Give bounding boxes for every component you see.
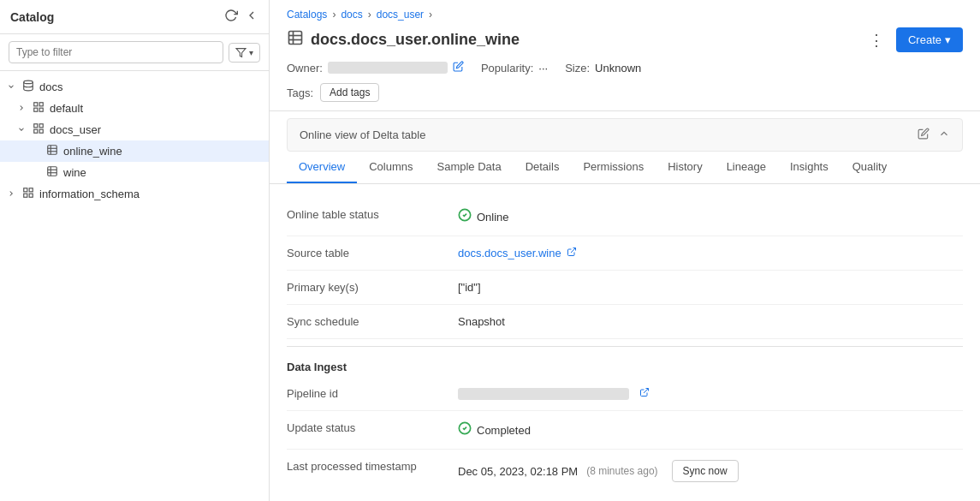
svg-rect-10 bbox=[48, 146, 57, 155]
external-link-icon[interactable] bbox=[567, 247, 577, 259]
online-table-icon bbox=[46, 144, 58, 158]
breadcrumb-docs[interactable]: docs bbox=[341, 9, 362, 21]
create-dropdown-icon: ▾ bbox=[945, 33, 951, 46]
edit-description-icon[interactable] bbox=[918, 128, 930, 142]
svg-rect-9 bbox=[39, 129, 43, 133]
refresh-icon[interactable] bbox=[224, 9, 238, 25]
size-item: Size: Unknown bbox=[565, 62, 641, 75]
svg-line-27 bbox=[571, 248, 576, 253]
title-row: docs.docs_user.online_wine ⋮ Create ▾ bbox=[287, 27, 963, 52]
svg-rect-5 bbox=[39, 108, 43, 111]
chevron-docs-user bbox=[17, 125, 29, 135]
popularity-item: Popularity: ··· bbox=[481, 62, 548, 75]
tree-item-default[interactable]: default bbox=[0, 98, 269, 119]
tab-lineage[interactable]: Lineage bbox=[715, 152, 778, 183]
status-value: Online bbox=[458, 208, 963, 225]
page-title: docs.docs_user.online_wine bbox=[287, 29, 520, 51]
timestamp-ago: (8 minutes ago) bbox=[586, 465, 657, 477]
info-row-status: Online table status Online bbox=[287, 198, 963, 236]
collapse-sidebar-icon[interactable] bbox=[245, 9, 258, 25]
tab-history[interactable]: History bbox=[656, 152, 714, 183]
schema-icon-docs-user bbox=[33, 122, 45, 137]
tree-item-docs[interactable]: docs bbox=[0, 76, 269, 98]
svg-rect-18 bbox=[24, 188, 27, 192]
tree-item-wine[interactable]: wine bbox=[0, 162, 269, 183]
database-icon bbox=[22, 80, 34, 94]
tree-label-online-wine: online_wine bbox=[63, 145, 122, 158]
tab-insights[interactable]: Insights bbox=[778, 152, 840, 183]
main-header: Catalogs › docs › docs_user › docs.docs_… bbox=[270, 0, 980, 111]
online-table-title-icon bbox=[287, 29, 304, 51]
timestamp-label: Last processed timestamp bbox=[287, 460, 458, 473]
breadcrumb-docs-user[interactable]: docs_user bbox=[377, 9, 424, 21]
svg-point-1 bbox=[24, 81, 33, 84]
create-button[interactable]: Create ▾ bbox=[896, 27, 963, 52]
breadcrumb-sep-2: › bbox=[368, 9, 371, 21]
size-label: Size: bbox=[565, 62, 590, 75]
info-row-timestamp: Last processed timestamp Dec 05, 2023, 0… bbox=[287, 450, 963, 492]
tree-item-online-wine[interactable]: online_wine bbox=[0, 140, 269, 162]
meta-row: Owner: Popularity: ··· Size: Unknown bbox=[287, 61, 963, 75]
info-row-source: Source table docs.docs_user.wine bbox=[287, 236, 963, 271]
tab-sample-data[interactable]: Sample Data bbox=[425, 152, 513, 183]
svg-line-28 bbox=[644, 389, 649, 394]
update-status-ok-icon bbox=[458, 421, 472, 438]
tab-permissions[interactable]: Permissions bbox=[571, 152, 656, 183]
pipeline-id-bar bbox=[458, 388, 629, 400]
svg-rect-19 bbox=[29, 188, 33, 192]
owner-label: Owner: bbox=[287, 62, 323, 75]
popularity-label: Popularity: bbox=[481, 62, 533, 75]
tab-quality[interactable]: Quality bbox=[840, 152, 899, 183]
svg-rect-2 bbox=[34, 103, 38, 106]
svg-rect-22 bbox=[289, 32, 302, 45]
add-tags-button[interactable]: Add tags bbox=[320, 83, 379, 102]
tree-item-information-schema[interactable]: information_schema bbox=[0, 183, 269, 205]
svg-rect-8 bbox=[34, 129, 38, 133]
title-actions: ⋮ Create ▾ bbox=[864, 27, 963, 52]
breadcrumb-catalogs[interactable]: Catalogs bbox=[287, 9, 327, 21]
svg-rect-14 bbox=[48, 167, 57, 176]
collapse-desc-icon[interactable] bbox=[938, 128, 950, 142]
chevron-information-schema bbox=[7, 189, 19, 200]
description-text: Online view of Delta table bbox=[300, 128, 425, 141]
pipeline-external-link-icon[interactable] bbox=[639, 387, 650, 400]
tree-item-docs-user[interactable]: docs_user bbox=[0, 119, 269, 140]
svg-rect-7 bbox=[39, 124, 43, 128]
search-input[interactable] bbox=[9, 41, 223, 63]
description-banner: Online view of Delta table bbox=[287, 118, 963, 152]
breadcrumb: Catalogs › docs › docs_user › bbox=[287, 9, 963, 21]
timestamp-text: Dec 05, 2023, 02:18 PM bbox=[458, 465, 578, 478]
description-actions bbox=[918, 128, 950, 142]
tab-overview[interactable]: Overview bbox=[287, 152, 357, 183]
status-text: Online bbox=[477, 211, 509, 224]
tab-details[interactable]: Details bbox=[514, 152, 572, 183]
more-options-button[interactable]: ⋮ bbox=[864, 29, 889, 51]
tags-row: Tags: Add tags bbox=[287, 83, 963, 102]
svg-marker-0 bbox=[236, 48, 246, 57]
tab-bar: Overview Columns Sample Data Details Per… bbox=[270, 152, 980, 184]
info-row-update-status: Update status Completed bbox=[287, 411, 963, 450]
svg-rect-21 bbox=[29, 194, 33, 197]
owner-bar bbox=[328, 62, 448, 74]
source-table-link[interactable]: docs.docs_user.wine bbox=[458, 247, 561, 259]
svg-rect-4 bbox=[34, 108, 38, 111]
owner-item: Owner: bbox=[287, 61, 464, 75]
tab-columns[interactable]: Columns bbox=[357, 152, 425, 183]
svg-rect-3 bbox=[39, 103, 43, 106]
sidebar-search-area: ▾ bbox=[0, 34, 269, 71]
pipeline-id-value bbox=[458, 387, 963, 400]
tree-label-information-schema: information_schema bbox=[39, 188, 140, 200]
status-label: Online table status bbox=[287, 208, 458, 221]
chevron-docs bbox=[7, 82, 19, 92]
sidebar: Catalog ▾ docs bbox=[0, 0, 270, 501]
edit-owner-icon[interactable] bbox=[453, 61, 464, 75]
filter-button[interactable]: ▾ bbox=[229, 43, 260, 63]
pipeline-id-label: Pipeline id bbox=[287, 387, 458, 400]
source-value: docs.docs_user.wine bbox=[458, 247, 963, 259]
filter-dropdown-icon: ▾ bbox=[249, 48, 253, 57]
sync-now-button[interactable]: Sync now bbox=[672, 460, 739, 482]
data-ingest-title: Data Ingest bbox=[287, 361, 963, 373]
timestamp-value: Dec 05, 2023, 02:18 PM (8 minutes ago) S… bbox=[458, 460, 963, 482]
info-row-sync-schedule: Sync schedule Snapshot bbox=[287, 305, 963, 339]
page-title-text: docs.docs_user.online_wine bbox=[311, 31, 520, 49]
